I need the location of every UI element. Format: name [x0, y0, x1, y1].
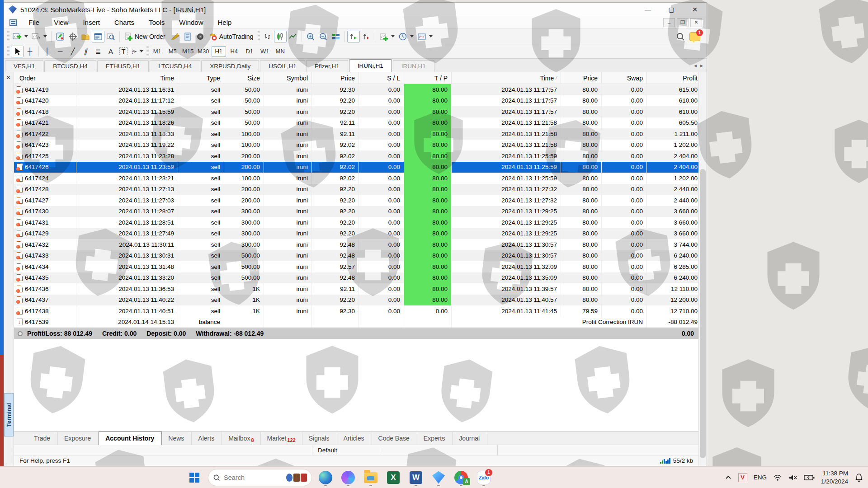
mql5-community-button[interactable]: [194, 31, 207, 42]
table-row[interactable]: 6417435 2024.01.13 11:33:20 sell 500.00 …: [14, 272, 698, 284]
terminal-tab[interactable]: Articles: [337, 432, 372, 445]
navigator-button[interactable]: [79, 31, 92, 42]
chart-tab[interactable]: BTCUSD,H4: [44, 60, 96, 72]
tab-scroll-right-icon[interactable]: ▸: [700, 62, 703, 69]
market-watch-button[interactable]: [54, 31, 66, 42]
profiles-button[interactable]: [30, 31, 49, 42]
maximize-button[interactable]: ▢: [660, 3, 683, 16]
table-row[interactable]: 6417428 2024.01.13 11:27:13 sell 200.00 …: [14, 184, 698, 195]
terminal-tab[interactable]: Market122: [261, 432, 302, 445]
table-row[interactable]: 6417431 2024.01.13 11:28:51 sell 300.00 …: [14, 217, 698, 228]
table-row[interactable]: 6417421 2024.01.13 11:18:26 sell 50.00 i…: [14, 117, 698, 129]
table-row[interactable]: 6417433 2024.01.13 11:30:31 sell 500.00 …: [14, 250, 698, 262]
minimize-button[interactable]: —: [636, 3, 660, 16]
start-button[interactable]: [185, 469, 203, 487]
vmware-tray-icon[interactable]: V: [738, 473, 747, 482]
horizontal-line-button[interactable]: ─: [54, 46, 66, 57]
table-row[interactable]: 6417432 2024.01.13 11:30:11 sell 300.00 …: [14, 239, 698, 250]
chrome-taskbar-icon[interactable]: A: [452, 469, 470, 487]
terminal-vertical-tab[interactable]: Terminal: [4, 393, 14, 436]
chart-tab[interactable]: XRPUSD,Daily: [201, 60, 259, 72]
timeframe-button[interactable]: M15: [181, 46, 195, 57]
table-row[interactable]: 6417430 2024.01.13 11:28:07 sell 300.00 …: [14, 206, 698, 217]
table-row[interactable]: 6417420 2024.01.13 11:17:12 sell 50.00 i…: [14, 95, 698, 107]
zalo-taskbar-icon[interactable]: Zalo1: [475, 469, 493, 487]
menu-item[interactable]: File: [21, 16, 47, 29]
terminal-tab[interactable]: News: [162, 432, 192, 445]
line-chart-button[interactable]: [287, 31, 299, 42]
table-row[interactable]: 6417424 2024.01.13 11:23:21 sell 100.00 …: [14, 173, 698, 184]
indicators-button[interactable]: [377, 31, 396, 42]
copilot-taskbar-icon[interactable]: [339, 469, 357, 487]
terminal-tab[interactable]: Signals: [302, 432, 337, 445]
arrows-caret[interactable]: [140, 50, 143, 52]
menu-item[interactable]: Window: [172, 16, 210, 29]
timeframe-button[interactable]: D1: [242, 46, 257, 57]
timeframe-button[interactable]: M5: [165, 46, 180, 57]
arrows-button[interactable]: ⌲: [130, 46, 145, 57]
text-button[interactable]: A: [104, 46, 117, 57]
templates-caret[interactable]: [429, 35, 433, 38]
column-header-size[interactable]: Size: [224, 72, 264, 84]
chart-tab[interactable]: IRUNi,H1: [349, 59, 392, 72]
table-row[interactable]: 6417419 2024.01.13 11:16:31 sell 50.00 i…: [14, 84, 698, 95]
column-header-price[interactable]: Price: [311, 72, 359, 84]
timeframe-button[interactable]: M1: [150, 46, 165, 57]
new-chart-caret[interactable]: [24, 35, 28, 38]
table-row[interactable]: 6417434 2024.01.13 11:31:48 sell 500.00 …: [14, 261, 698, 272]
column-header-close-time[interactable]: Time/: [451, 72, 561, 84]
chart-tab[interactable]: Pfizer,H1: [306, 60, 348, 72]
text-label-button[interactable]: T: [117, 46, 130, 57]
column-header-profit[interactable]: Profit: [646, 72, 701, 84]
table-row[interactable]: 6417423 2024.01.13 11:19:22 sell 100.00 …: [14, 140, 698, 151]
metaeditor-button[interactable]: [169, 31, 181, 42]
crosshair-button[interactable]: ┼: [24, 46, 36, 57]
column-header-swap[interactable]: Swap: [601, 72, 646, 84]
timeframe-button[interactable]: W1: [258, 46, 272, 57]
chart-tab[interactable]: LTCUSD,H4: [150, 60, 200, 72]
close-button[interactable]: ✕: [683, 3, 707, 16]
chart-tab[interactable]: USOIL,H1: [260, 60, 305, 72]
menu-item[interactable]: Charts: [107, 16, 142, 29]
menu-item[interactable]: Help: [211, 16, 239, 29]
terminal-close-icon[interactable]: ✕: [6, 74, 11, 81]
mdi-minimize-button[interactable]: –: [663, 18, 675, 27]
battery-icon[interactable]: [804, 474, 815, 481]
strategy-tester-button[interactable]: [104, 31, 117, 42]
column-header-type[interactable]: Type: [178, 72, 224, 84]
scrollbar-thumb[interactable]: [700, 169, 706, 458]
terminal-tab[interactable]: Alerts: [192, 432, 222, 445]
column-header-sl[interactable]: S / L: [359, 72, 404, 84]
timeframe-button[interactable]: MN: [273, 46, 288, 57]
chart-shift-button[interactable]: [360, 31, 373, 42]
volume-muted-icon[interactable]: [788, 474, 797, 481]
terminal-tab[interactable]: Trade: [28, 432, 58, 445]
chart-tab[interactable]: IRUN,H1: [393, 60, 434, 72]
excel-taskbar-icon[interactable]: X: [384, 469, 402, 487]
column-header-time[interactable]: Time: [76, 72, 178, 84]
algo-doc-button[interactable]: [181, 31, 194, 42]
search-input[interactable]: [224, 474, 278, 481]
chart-window-icon[interactable]: [9, 19, 17, 26]
templates-button[interactable]: [415, 31, 434, 42]
equidistant-channel-button[interactable]: ∥: [79, 46, 92, 57]
tile-windows-button[interactable]: [330, 31, 342, 42]
timeframe-button[interactable]: H4: [227, 46, 241, 57]
table-row[interactable]: 6417539 2024.01.14 14:15:13 balance Pr: [14, 317, 698, 328]
menu-item[interactable]: Insert: [75, 16, 107, 29]
profiles-caret[interactable]: [43, 35, 47, 38]
chart-tab[interactable]: ETHUSD,H1: [97, 60, 149, 72]
column-header-symbol[interactable]: Symbol: [264, 72, 311, 84]
table-row[interactable]: 6417418 2024.01.13 11:15:59 sell 50.00 i…: [14, 106, 698, 117]
terminal-tab[interactable]: Account History: [99, 432, 162, 445]
mdi-close-button[interactable]: ✕: [690, 18, 702, 27]
file-explorer-taskbar-icon[interactable]: [362, 469, 380, 487]
tab-scroll-left-icon[interactable]: ◂: [694, 62, 697, 69]
status-profile[interactable]: Default: [312, 445, 380, 455]
zoom-out-button[interactable]: [317, 31, 330, 42]
mdi-restore-button[interactable]: ❐: [677, 18, 689, 27]
timeframe-button[interactable]: H1: [212, 46, 226, 57]
table-row[interactable]: 6417427 2024.01.13 11:27:03 sell 200.00 …: [14, 195, 698, 206]
zoom-in-button[interactable]: [304, 31, 317, 42]
chart-tab[interactable]: VFS,H1: [5, 60, 43, 72]
